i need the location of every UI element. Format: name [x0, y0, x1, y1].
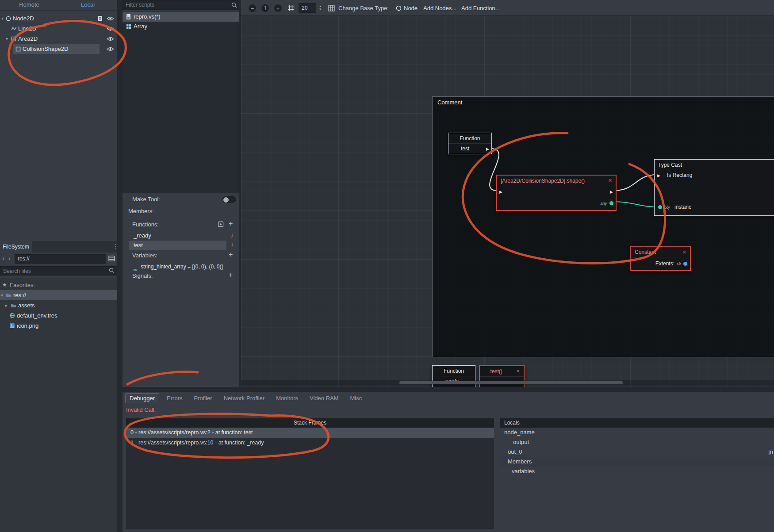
snap-value-field[interactable]: 20: [299, 3, 316, 13]
locals-row[interactable]: out_0 [n: [500, 447, 774, 457]
fs-row-icon-png[interactable]: icon.png: [0, 321, 117, 331]
search-files-input[interactable]: [0, 266, 117, 276]
snap-spinner[interactable]: ▲ ▼: [319, 5, 322, 11]
make-tool-toggle[interactable]: [222, 196, 236, 203]
visibility-icon[interactable]: [107, 36, 114, 42]
tab-debugger[interactable]: Debugger: [125, 393, 159, 403]
close-icon[interactable]: ✕: [608, 178, 612, 184]
tab-errors[interactable]: Errors: [163, 394, 186, 403]
locals-row[interactable]: output: [500, 437, 774, 447]
seq-out-port[interactable]: ▶: [610, 190, 613, 194]
tab-network-profiler[interactable]: Network Profiler: [220, 394, 268, 403]
seq-out-port[interactable]: ▶: [486, 147, 489, 151]
close-icon[interactable]: ✕: [516, 368, 520, 374]
panel-options-icon[interactable]: ⋮: [113, 243, 119, 249]
script-item-repro[interactable]: repro.vs(*): [123, 12, 239, 22]
add-nodes-button[interactable]: Add Nodes...: [423, 5, 456, 11]
info-icon[interactable]: i: [231, 231, 233, 241]
type-cast-node[interactable]: Type Cast ▶ Is Rectang obj instanc: [654, 159, 774, 216]
variable-row[interactable]: arr string_hinted_array = [(0, 0), (0, 0…: [123, 262, 239, 272]
add-signal-icon[interactable]: +: [229, 272, 233, 279]
comment-title: Comment: [437, 99, 462, 106]
locals-row[interactable]: variables: [500, 467, 774, 476]
data-out-port[interactable]: [683, 262, 687, 266]
h-scrollbar-thumb[interactable]: [399, 381, 623, 384]
spin-down-icon[interactable]: ▼: [319, 8, 322, 11]
locals-title: Locals: [504, 420, 520, 426]
fs-row-default-env[interactable]: default_env.tres: [0, 310, 117, 321]
seq-in-port[interactable]: ▶: [499, 190, 502, 194]
scene-dock: Remote Local ▾ Node2D Line2D: [0, 0, 117, 241]
constant-node[interactable]: Constant ✕ Extents: str: [630, 246, 691, 271]
tree-row-line2d[interactable]: Line2D: [0, 23, 117, 34]
folder-icon: [6, 293, 11, 298]
expand-caret-icon[interactable]: ▸: [5, 300, 8, 310]
tab-monitors[interactable]: Monitors: [272, 394, 302, 403]
locals-row-members[interactable]: Members: [500, 457, 774, 467]
tree-node-label: Line2D: [18, 23, 36, 34]
function-row-ready[interactable]: _ready i: [123, 231, 239, 241]
spin-up-icon[interactable]: ▲: [319, 5, 322, 8]
change-base-type-label: Change Base Type:: [338, 5, 389, 11]
snap-grid-icon[interactable]: [287, 5, 294, 11]
data-out-port[interactable]: [609, 201, 613, 205]
nav-forward-icon[interactable]: ›: [8, 254, 11, 262]
filesystem-tab[interactable]: FileSystem: [0, 241, 32, 253]
add-function-icon[interactable]: +: [229, 220, 233, 227]
override-function-icon[interactable]: [218, 221, 224, 227]
functions-label: Functions:: [132, 221, 159, 228]
graph-canvas[interactable]: Comment Function test ▶: [241, 16, 774, 387]
h-scrollbar-track[interactable]: [241, 380, 774, 386]
tab-misc[interactable]: Misc: [346, 394, 366, 403]
seq-in-port[interactable]: ▶: [657, 174, 660, 178]
script-item-array[interactable]: Array: [123, 22, 239, 31]
tab-local[interactable]: Local: [58, 1, 117, 8]
make-tool-label: Make Tool:: [132, 196, 160, 203]
path-field[interactable]: res://: [15, 254, 106, 264]
close-icon[interactable]: ✕: [682, 249, 686, 255]
script-icon[interactable]: [98, 15, 103, 21]
visibility-icon[interactable]: [107, 46, 114, 52]
data-in-port[interactable]: [658, 205, 662, 209]
filter-scripts-input[interactable]: [123, 0, 239, 10]
script-members-area: Make Tool: Members: Functions: + _ready …: [123, 193, 239, 387]
add-function-button[interactable]: Add Function...: [461, 5, 500, 11]
node-header: Function: [433, 366, 475, 376]
visibility-icon[interactable]: [107, 16, 114, 21]
add-variable-icon[interactable]: +: [229, 251, 233, 258]
collisionshape2d-icon: [15, 46, 21, 52]
tab-profiler[interactable]: Profiler: [190, 394, 216, 403]
function-test-node[interactable]: Function test ▶: [448, 133, 492, 154]
view-mode-icon[interactable]: [108, 255, 115, 262]
collapse-caret-icon[interactable]: ▾: [1, 290, 3, 300]
stack-frame-row[interactable]: 0 - res://assets/scripts/repro.vs:2 - at…: [126, 428, 494, 438]
tab-video-ram[interactable]: Video RAM: [306, 394, 343, 403]
stack-frame-row[interactable]: 1 - res://assets/scripts/repro.vs:10 - a…: [126, 438, 494, 448]
node-body: test ▶: [448, 144, 491, 154]
info-icon[interactable]: i: [231, 241, 233, 250]
array-icon: [126, 24, 131, 29]
stack-frame-text: 0 - res://assets/scripts/repro.vs:2 - at…: [130, 429, 253, 436]
node-header: test() ✕: [480, 366, 524, 377]
visibility-icon[interactable]: [107, 26, 114, 31]
zoom-in-icon[interactable]: +: [274, 4, 282, 12]
nav-back-icon[interactable]: ‹: [2, 254, 4, 262]
fs-row-res[interactable]: ▾ res://: [0, 290, 117, 300]
str-type-label: str: [677, 261, 681, 266]
zoom-out-icon[interactable]: −: [249, 4, 256, 12]
collapse-caret-icon[interactable]: ▾: [1, 13, 4, 23]
zoom-reset-icon[interactable]: 1: [261, 4, 269, 12]
tab-remote[interactable]: Remote: [0, 1, 58, 8]
minimap-icon[interactable]: [328, 5, 335, 11]
base-type-button[interactable]: Node: [404, 5, 418, 11]
collapse-caret-icon[interactable]: ▾: [6, 34, 8, 44]
fs-row-assets[interactable]: ▸ assets: [0, 300, 117, 310]
filesystem-dock: ‹ › res:// ★ Favorites: ▾ res:// ▸: [0, 253, 117, 532]
tree-row-area2d[interactable]: ▾ Area2D: [0, 34, 117, 44]
function-row-test[interactable]: test i: [123, 241, 239, 250]
tree-row-collisionshape2d[interactable]: CollisionShape2D: [0, 44, 117, 54]
locals-row[interactable]: node_name: [500, 428, 774, 437]
local-name: variables: [512, 468, 535, 475]
shape-call-node[interactable]: [Area2D/CollisionShape2D].shape() ✕ ▶ ▶ …: [496, 175, 617, 211]
tree-row-node2d[interactable]: ▾ Node2D: [0, 13, 117, 23]
